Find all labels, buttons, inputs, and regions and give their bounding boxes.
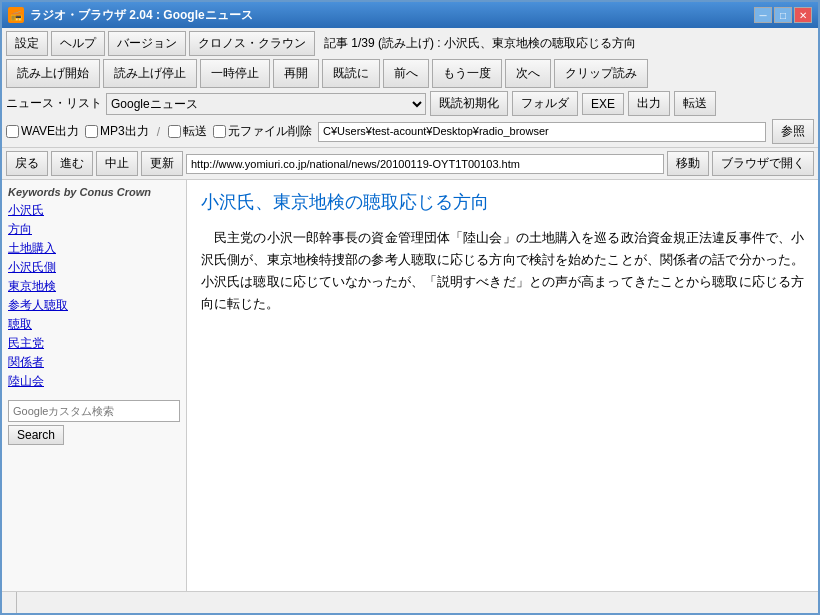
main-content: Keywords by Conus Crown 小沢氏 方向 土地購入 小沢氏側… [2,180,818,591]
title-bar-left: 📻 ラジオ・ブラウザ 2.04 : Googleニュース [8,7,253,24]
newslist-label: ニュース・リスト [6,95,102,112]
mark-read-button[interactable]: 既読に [322,59,380,88]
forward-button[interactable]: 進む [51,151,93,176]
wave-output-checkbox[interactable] [6,125,19,138]
article-area: 小沢氏、東京地検の聴取応じる方向 民主党の小沢一郎幹事長の資金管理団体「陸山会」… [187,180,818,591]
keyword-link-9[interactable]: 陸山会 [8,373,180,390]
resume-button[interactable]: 再開 [273,59,319,88]
toolbar-row-1: 設定 ヘルプ バージョン クロノス・クラウン 記事 1/39 (読み上げ) : … [6,31,814,56]
move-button[interactable]: 移動 [667,151,709,176]
status-bar [2,591,818,613]
init-read-button[interactable]: 既読初期化 [430,91,508,116]
article-info: 記事 1/39 (読み上げ) : 小沢氏、東京地検の聴取応じる方向 [318,33,642,54]
window-title: ラジオ・ブラウザ 2.04 : Googleニュース [30,7,253,24]
toolbar-row-2: 読み上げ開始 読み上げ停止 一時停止 再開 既読に 前へ もう一度 次へ クリッ… [6,59,814,88]
toolbar-row-3: ニュース・リスト Googleニュース 既読初期化 フォルダ EXE 出力 転送 [6,91,814,116]
path-display: C¥Users¥test-acount¥Desktop¥radio_browse… [318,122,766,142]
mp3-output-label[interactable]: MP3出力 [85,123,149,140]
transfer-label[interactable]: 転送 [168,123,207,140]
app-icon: 📻 [8,7,24,23]
main-window: 📻 ラジオ・ブラウザ 2.04 : Googleニュース ─ □ ✕ 設定 ヘル… [0,0,820,615]
again-button[interactable]: もう一度 [432,59,502,88]
chronos-button[interactable]: クロノス・クラウン [189,31,315,56]
article-title: 小沢氏、東京地検の聴取応じる方向 [201,190,804,215]
stop-button[interactable]: 中止 [96,151,138,176]
keyword-link-0[interactable]: 小沢氏 [8,202,180,219]
output-button[interactable]: 出力 [628,91,670,116]
delete-label[interactable]: 元ファイル削除 [213,123,312,140]
newslist-select[interactable]: Googleニュース [106,93,426,115]
browse-button[interactable]: 参照 [772,119,814,144]
close-button[interactable]: ✕ [794,7,812,23]
transfer-checkbox[interactable] [168,125,181,138]
google-search-input[interactable] [8,400,180,422]
toolbar-area: 設定 ヘルプ バージョン クロノス・クラウン 記事 1/39 (読み上げ) : … [2,28,818,148]
slash-divider: / [155,125,162,139]
keyword-link-4[interactable]: 東京地検 [8,278,180,295]
delete-checkbox[interactable] [213,125,226,138]
help-button[interactable]: ヘルプ [51,31,105,56]
search-button[interactable]: Search [8,425,64,445]
mp3-output-checkbox[interactable] [85,125,98,138]
keyword-link-6[interactable]: 聴取 [8,316,180,333]
back-button[interactable]: 戻る [6,151,48,176]
status-text [8,592,17,613]
transfer-button[interactable]: 転送 [674,91,716,116]
clip-read-button[interactable]: クリップ読み [554,59,648,88]
open-browser-button[interactable]: ブラウザで開く [712,151,814,176]
url-input[interactable] [186,154,664,174]
exe-button[interactable]: EXE [582,93,624,115]
folder-button[interactable]: フォルダ [512,91,578,116]
sidebar: Keywords by Conus Crown 小沢氏 方向 土地購入 小沢氏側… [2,180,187,591]
keyword-link-8[interactable]: 関係者 [8,354,180,371]
stop-reading-button[interactable]: 読み上げ停止 [103,59,197,88]
keyword-link-2[interactable]: 土地購入 [8,240,180,257]
toolbar-row-4: WAVE出力 MP3出力 / 転送 元ファイル削除 C¥Users¥test-a… [6,119,814,144]
start-reading-button[interactable]: 読み上げ開始 [6,59,100,88]
title-bar-buttons: ─ □ ✕ [754,7,812,23]
wave-output-label[interactable]: WAVE出力 [6,123,79,140]
search-box-container: Search [8,400,180,445]
version-button[interactable]: バージョン [108,31,186,56]
pause-button[interactable]: 一時停止 [200,59,270,88]
settings-button[interactable]: 設定 [6,31,48,56]
keyword-link-5[interactable]: 参考人聴取 [8,297,180,314]
keyword-link-7[interactable]: 民主党 [8,335,180,352]
refresh-button[interactable]: 更新 [141,151,183,176]
prev-button[interactable]: 前へ [383,59,429,88]
sidebar-title: Keywords by Conus Crown [8,186,180,198]
title-bar: 📻 ラジオ・ブラウザ 2.04 : Googleニュース ─ □ ✕ [2,2,818,28]
keyword-link-3[interactable]: 小沢氏側 [8,259,180,276]
minimize-button[interactable]: ─ [754,7,772,23]
next-button[interactable]: 次へ [505,59,551,88]
urlbar: 戻る 進む 中止 更新 移動 ブラウザで開く [2,148,818,180]
article-body: 民主党の小沢一郎幹事長の資金管理団体「陸山会」の土地購入を巡る政治資金規正法違反… [201,227,804,315]
keyword-link-1[interactable]: 方向 [8,221,180,238]
maximize-button[interactable]: □ [774,7,792,23]
